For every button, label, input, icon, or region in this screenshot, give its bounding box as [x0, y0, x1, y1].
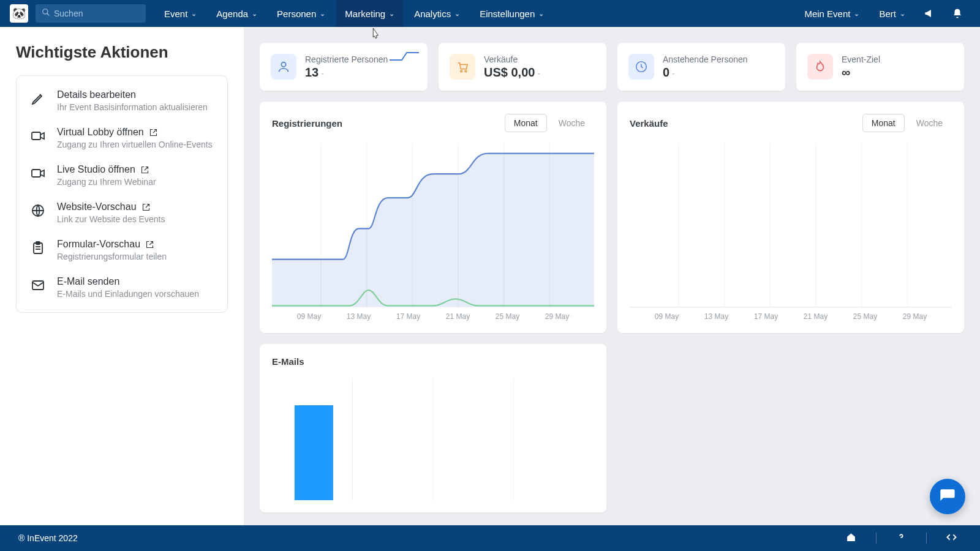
- chat-bubble-button[interactable]: [930, 479, 965, 514]
- globe-icon: [30, 203, 46, 219]
- svg-rect-30: [295, 405, 333, 500]
- nav-analytics[interactable]: Analytics⌄: [405, 0, 469, 27]
- external-link-icon: [141, 203, 151, 212]
- external-link-icon: [140, 165, 149, 174]
- chart-registrations: Registrierungen Monat Woche 09 May13 Ma: [260, 102, 606, 333]
- chevron-down-icon: ⌄: [191, 10, 197, 18]
- user-icon: [271, 54, 296, 80]
- registrations-chart-svg: [272, 143, 594, 321]
- footer-copyright: ® InEvent 2022: [18, 533, 78, 543]
- nav-personen[interactable]: Personen⌄: [268, 0, 334, 27]
- svg-rect-2: [32, 132, 40, 140]
- stat-goal[interactable]: Event-Ziel∞: [796, 43, 964, 91]
- logo[interactable]: 🐼: [10, 4, 28, 23]
- toggle-month[interactable]: Monat: [862, 114, 905, 132]
- emails-chart-svg: [272, 378, 594, 500]
- code-icon[interactable]: [941, 532, 962, 545]
- chevron-down-icon: ⌄: [538, 10, 544, 18]
- svg-rect-3: [32, 170, 40, 177]
- bell-icon[interactable]: [944, 0, 970, 27]
- stat-pending[interactable]: Anstehende Personen0-: [617, 43, 785, 91]
- action-send-email[interactable]: E-Mail sendenE-Mails und Einladungen vor…: [17, 269, 227, 306]
- mail-icon: [30, 277, 46, 293]
- main-content: Registrierte Personen13- VerkäufeUS$ 0,0…: [244, 27, 980, 525]
- sales-chart-svg: [630, 143, 952, 321]
- video-icon: [30, 165, 46, 181]
- cart-icon: [450, 54, 475, 80]
- chevron-down-icon: ⌄: [389, 10, 394, 18]
- clock-icon: [628, 54, 654, 80]
- external-link-icon: [145, 240, 154, 249]
- fire-icon: [807, 54, 833, 80]
- topbar: 🐼 Event⌄ Agenda⌄ Personen⌄ Marketing⌄ An…: [0, 0, 980, 27]
- svg-point-12: [465, 70, 467, 72]
- action-website-preview[interactable]: Website-VorschauLink zur Website des Eve…: [17, 194, 227, 231]
- help-icon[interactable]: [891, 532, 911, 545]
- chevron-down-icon: ⌄: [854, 10, 859, 18]
- actions-list: Details bearbeitenIhr Event Basisinforma…: [16, 75, 228, 313]
- sidebar-title: Wichtigste Aktionen: [16, 43, 228, 62]
- footer: ® InEvent 2022: [0, 525, 980, 551]
- stat-sales[interactable]: VerkäufeUS$ 0,00-: [439, 43, 606, 91]
- svg-line-1: [47, 13, 50, 16]
- megaphone-icon[interactable]: [916, 0, 942, 27]
- chevron-down-icon: ⌄: [454, 10, 460, 18]
- action-form-preview[interactable]: Formular-VorschauRegistrierungsformular …: [17, 231, 227, 269]
- nav-event[interactable]: Event⌄: [156, 0, 205, 27]
- sparkline: [390, 51, 419, 61]
- sidebar: Wichtigste Aktionen Details bearbeitenIh…: [0, 27, 244, 525]
- chart-sales: Verkäufe Monat Woche 09 May13 May17 May2…: [617, 102, 964, 333]
- search-container[interactable]: [36, 4, 146, 23]
- video-icon: [30, 128, 46, 144]
- svg-point-11: [461, 70, 462, 72]
- svg-point-10: [281, 62, 285, 67]
- search-icon: [42, 8, 50, 19]
- nav-user[interactable]: Bert⌄: [870, 0, 914, 27]
- chevron-down-icon: ⌄: [900, 10, 905, 18]
- toggle-week[interactable]: Woche: [907, 114, 952, 132]
- chart-emails: E-Mails: [260, 344, 606, 512]
- nav-einstellungen[interactable]: Einstellungen⌄: [471, 0, 552, 27]
- stat-registered[interactable]: Registrierte Personen13-: [260, 43, 428, 91]
- action-live-studio[interactable]: Live Studio öffnenZugang zu Ihrem Webina…: [17, 157, 227, 194]
- chevron-down-icon: ⌄: [252, 10, 257, 18]
- pencil-icon: [30, 91, 46, 107]
- search-input[interactable]: [54, 9, 161, 18]
- clipboard-icon: [30, 240, 46, 256]
- toggle-month[interactable]: Monat: [505, 114, 547, 132]
- svg-point-0: [43, 9, 48, 14]
- toggle-week[interactable]: Woche: [549, 114, 594, 132]
- action-edit-details[interactable]: Details bearbeitenIhr Event Basisinforma…: [17, 82, 227, 119]
- nav-marketing[interactable]: Marketing⌄: [336, 0, 403, 27]
- nav-my-event[interactable]: Mein Event⌄: [796, 0, 868, 27]
- home-icon[interactable]: [841, 532, 861, 545]
- nav-agenda[interactable]: Agenda⌄: [208, 0, 266, 27]
- external-link-icon: [149, 128, 158, 137]
- action-virtual-lobby[interactable]: Virtual Lobby öffnenZugang zu Ihren virt…: [17, 119, 227, 157]
- chevron-down-icon: ⌄: [320, 10, 325, 18]
